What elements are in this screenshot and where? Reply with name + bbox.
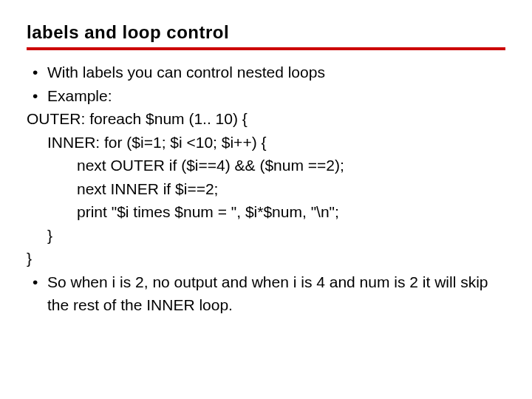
code-line: print "$i times $num = ", $i*$num, "\n";: [27, 200, 505, 224]
bullet-item: • With labels you can control nested loo…: [27, 61, 505, 84]
code-line: }: [27, 224, 505, 248]
slide-title: labels and loop control: [27, 22, 505, 43]
code-line: OUTER: foreach $num (1.. 10) {: [27, 107, 505, 131]
bullet-text: Example:: [47, 84, 505, 108]
code-line: next INNER if $i==2;: [27, 177, 505, 201]
code-line: INNER: for ($i=1; $i <10; $i++) {: [27, 131, 505, 154]
title-divider: [27, 47, 505, 50]
bullet-text: With labels you can control nested loops: [47, 61, 505, 84]
bullet-marker: •: [27, 84, 47, 108]
bullet-marker: •: [27, 270, 47, 317]
bullet-marker: •: [27, 61, 47, 84]
code-line: }: [27, 247, 505, 270]
bullet-text: So when i is 2, no output and when i is …: [47, 270, 505, 317]
slide-content: • With labels you can control nested loo…: [27, 61, 505, 317]
code-line: next OUTER if ($i==4) && ($num ==2);: [27, 154, 505, 177]
bullet-item: • Example:: [27, 84, 505, 108]
bullet-item: • So when i is 2, no output and when i i…: [27, 270, 505, 317]
